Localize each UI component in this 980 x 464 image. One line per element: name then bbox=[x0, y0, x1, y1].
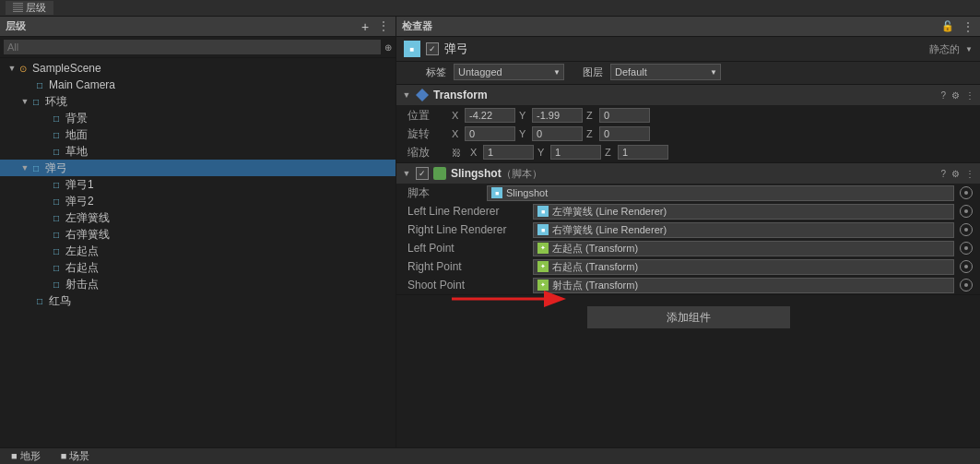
transform-help-icon[interactable]: ? bbox=[940, 90, 946, 101]
target-dot bbox=[964, 191, 968, 195]
rot-xyz-group: X Y Z bbox=[452, 126, 973, 141]
object-active-checkbox[interactable]: ✓ bbox=[426, 42, 439, 55]
tree-item-dangong1[interactable]: □ 弹弓1 bbox=[0, 176, 396, 193]
foldout-dangong[interactable]: ▼ bbox=[20, 163, 30, 173]
field-label-1: Right Line Renderer bbox=[407, 223, 527, 236]
inspector-title: 检查器 bbox=[402, 19, 432, 33]
hierarchy-tab[interactable]: ▤ 层级 bbox=[6, 1, 53, 15]
inspector-scroll[interactable]: ■ ✓ 弹弓 静态的 ▼ 标签 Untagged ▼ 图层 Default ▼ bbox=[396, 37, 980, 447]
foldout-samplescene[interactable]: ▼ bbox=[7, 64, 17, 73]
add-component-area: 添加组件 bbox=[396, 295, 980, 339]
rot-x-input[interactable] bbox=[465, 126, 515, 141]
field-row-1: Right Line Renderer ■ 右弹簧线 (Line Rendere… bbox=[396, 220, 980, 239]
tree-item-zuoqidian[interactable]: □ 左起点 bbox=[0, 243, 396, 259]
transform-foldout[interactable]: ▼ bbox=[402, 90, 411, 100]
pos-x-input[interactable] bbox=[465, 108, 515, 123]
tree-label-dimian: 地面 bbox=[65, 127, 88, 143]
bottom-tab-terrain[interactable]: ■ 地形 bbox=[6, 449, 46, 463]
pos-x-label: X bbox=[452, 110, 461, 121]
cube-icon-zuotanjingxian: □ bbox=[50, 211, 63, 224]
tree-item-samplescene[interactable]: ▼ ⊙ SampleScene bbox=[0, 60, 396, 77]
tree-item-shejidian[interactable]: □ 射击点 bbox=[0, 276, 396, 292]
cube-icon-dangong1: □ bbox=[50, 178, 63, 191]
scale-x-input[interactable] bbox=[483, 145, 534, 160]
field-row-shoot-point: Shoot Point ✦ 射击点 (Transform) bbox=[396, 276, 980, 294]
field-target-dot-shoot-point bbox=[964, 283, 968, 287]
layer-label: 图层 bbox=[583, 65, 603, 79]
transform-comp-icon bbox=[416, 89, 429, 101]
slingshot-active-checkbox[interactable]: ✓ bbox=[416, 167, 429, 180]
transform-title: Transform bbox=[433, 89, 936, 101]
field-target-1[interactable] bbox=[960, 223, 973, 236]
transform-component: ▼ Transform ? ⚙ ⋮ 位置 X bbox=[396, 85, 980, 163]
field-target-shoot-point[interactable] bbox=[960, 279, 973, 291]
slingshot-help-icon[interactable]: ? bbox=[940, 169, 946, 179]
tree-label-youtanjingxian: 右弹簧线 bbox=[65, 227, 110, 243]
script-target-icon[interactable] bbox=[960, 186, 973, 199]
scale-z-input[interactable] bbox=[618, 145, 668, 160]
add-hierarchy-button[interactable]: + bbox=[357, 18, 373, 35]
hierarchy-overflow-icon[interactable]: ⋮ bbox=[377, 18, 390, 35]
field-row-2: Left Point ✦ 左起点 (Transform) bbox=[396, 239, 980, 257]
rot-y-input[interactable] bbox=[532, 126, 583, 141]
tree-item-dangong2[interactable]: □ 弹弓2 bbox=[0, 193, 396, 209]
pos-y-input[interactable] bbox=[532, 108, 583, 123]
bottom-bar: ■ 地形 ■ 场景 bbox=[0, 447, 980, 464]
tag-value: Untagged bbox=[458, 66, 502, 77]
hierarchy-search-input[interactable] bbox=[4, 40, 381, 54]
static-dropdown-arrow[interactable]: ▼ bbox=[965, 45, 973, 54]
tree-item-caodi[interactable]: □ 草地 bbox=[0, 143, 396, 160]
cube-icon-beijing: □ bbox=[50, 112, 63, 125]
add-component-button[interactable]: 添加组件 bbox=[587, 306, 790, 328]
hierarchy-filter-icon[interactable]: ⊕ bbox=[384, 42, 392, 53]
transform-header[interactable]: ▼ Transform ? ⚙ ⋮ bbox=[396, 85, 980, 105]
field-value-right-point: ✦ 右起点 (Transform) bbox=[533, 259, 954, 275]
cube-icon-maincamera: □ bbox=[33, 78, 46, 91]
field-text-shoot-point: 射击点 (Transform) bbox=[552, 279, 638, 292]
field-target-dot-2 bbox=[964, 246, 968, 250]
tree-item-maincamera[interactable]: □ Main Camera bbox=[0, 77, 396, 93]
script-field-value: ■ Slingshot bbox=[487, 185, 954, 201]
tree-item-huanjing[interactable]: ▼ □ 环境 bbox=[0, 93, 396, 110]
tree-item-youtanjingxian[interactable]: □ 右弹簧线 bbox=[0, 226, 396, 243]
transform-settings-icon[interactable]: ⚙ bbox=[951, 90, 960, 101]
pos-z-label: Z bbox=[586, 110, 596, 121]
field-target-right-point[interactable] bbox=[960, 260, 973, 273]
rot-z-input[interactable] bbox=[599, 126, 650, 141]
foldout-huanjing[interactable]: ▼ bbox=[20, 97, 30, 106]
tree-item-beijing[interactable]: □ 背景 bbox=[0, 110, 396, 126]
field-target-2[interactable] bbox=[960, 242, 973, 255]
scale-y-input[interactable] bbox=[550, 145, 601, 160]
inspector-overflow-icon[interactable]: ⋮ bbox=[962, 19, 974, 34]
pos-z-input[interactable] bbox=[599, 108, 650, 123]
field-label-right-point: Right Point bbox=[407, 260, 527, 273]
tree-label-beijing: 背景 bbox=[65, 111, 88, 126]
field-label-2: Left Point bbox=[407, 242, 527, 255]
cube-icon-dimian: □ bbox=[50, 128, 63, 141]
hierarchy-title: 层级 bbox=[6, 19, 26, 33]
layer-dropdown[interactable]: Default ▼ bbox=[610, 64, 721, 80]
script-field-row: 脚本 ■ Slingshot bbox=[396, 184, 980, 202]
scale-z-label: Z bbox=[605, 147, 614, 158]
field-text-0: 左弹簧线 (Line Renderer) bbox=[552, 205, 667, 219]
slingshot-header[interactable]: ▼ ✓ Slingshot（脚本） ? ⚙ ⋮ bbox=[396, 163, 980, 184]
pos-xyz-group: X Y Z bbox=[452, 108, 973, 123]
tree-item-dimian[interactable]: □ 地面 bbox=[0, 126, 396, 143]
tree-item-youqidian[interactable]: □ 右起点 bbox=[0, 259, 396, 276]
tag-dropdown[interactable]: Untagged ▼ bbox=[454, 64, 564, 80]
slingshot-foldout[interactable]: ▼ bbox=[402, 169, 411, 178]
hierarchy-header: 层级 + ⋮ bbox=[0, 17, 396, 37]
tree-item-zuotanjingxian[interactable]: □ 左弹簧线 bbox=[0, 209, 396, 226]
bottom-tab-scene[interactable]: ■ 场景 bbox=[55, 449, 96, 463]
field-target-0[interactable] bbox=[960, 205, 973, 218]
layer-dropdown-arrow: ▼ bbox=[710, 68, 717, 77]
object-name[interactable]: 弹弓 bbox=[444, 41, 468, 57]
transform-overflow-icon[interactable]: ⋮ bbox=[965, 90, 974, 101]
tree-item-hongniao[interactable]: □ 红鸟 bbox=[0, 292, 396, 309]
transform-scale-row: 缩放 ⛓ X Y Z bbox=[396, 143, 980, 161]
tree-item-dangong[interactable]: ▼ □ 弹弓 bbox=[0, 160, 396, 176]
slingshot-settings-icon[interactable]: ⚙ bbox=[951, 169, 960, 179]
lock-icon[interactable]: 🔓 bbox=[939, 18, 956, 35]
slingshot-overflow-icon[interactable]: ⋮ bbox=[965, 169, 974, 179]
field-value-1: ■ 右弹簧线 (Line Renderer) bbox=[533, 222, 954, 238]
